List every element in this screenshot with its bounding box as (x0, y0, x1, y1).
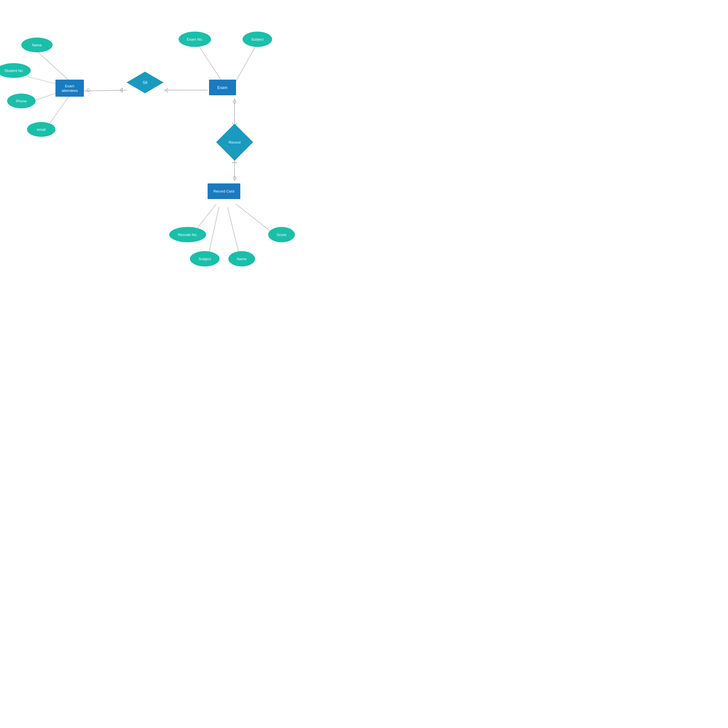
attr-name2-label: Name (237, 257, 247, 261)
er-diagram: Exam attendees Exam Record Card Sit Reco… (0, 0, 301, 301)
relation-sit-label: Sit (143, 80, 147, 85)
attr-phone-label: Phone (16, 99, 27, 103)
entity-exam-attendees-label2: attendees (61, 89, 78, 93)
attr-line (37, 51, 70, 81)
attr-line (236, 204, 273, 233)
attr-email-label: email (37, 127, 46, 132)
attr-line (236, 46, 256, 81)
attr-student-no-label: Student No (4, 69, 23, 73)
attr-exam-no-label: Exam No. (187, 37, 203, 41)
relation-record-label: Record (229, 140, 240, 144)
entity-record-card-label: Record Card (213, 189, 234, 193)
attr-name1-label: Name (32, 43, 42, 47)
entity-exam-label: Exam (217, 85, 228, 90)
attr-recode-no-label: Recode No. (178, 232, 198, 237)
attr-line (199, 46, 222, 81)
attr-line (208, 207, 219, 259)
attr-score-label: Score (277, 232, 286, 237)
attr-subject2-label: Subject (199, 257, 211, 261)
entity-exam-attendees[interactable] (55, 80, 84, 97)
attr-line (228, 207, 240, 259)
entity-exam-attendees-label: Exam (65, 84, 74, 88)
attr-subject1-label: Subject (251, 37, 264, 41)
